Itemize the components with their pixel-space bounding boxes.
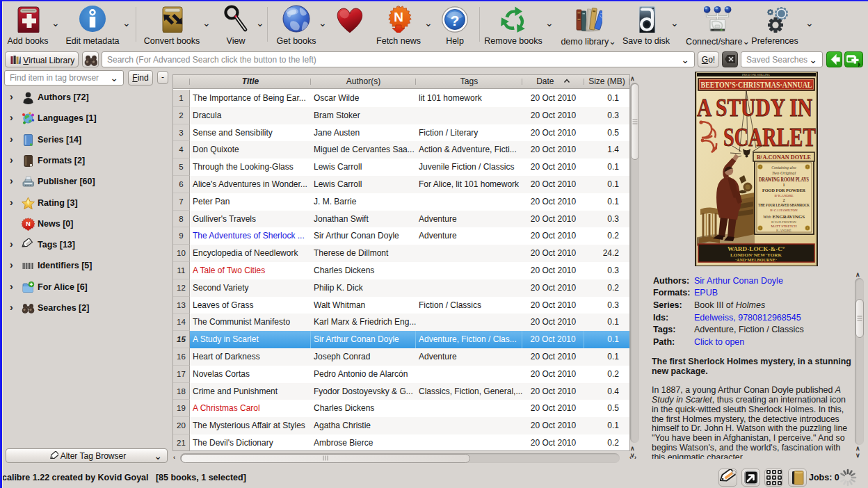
svg-text:MATT STRETCH: MATT STRETCH: [771, 225, 797, 228]
svg-text:1: 1: [783, 183, 785, 187]
svg-text:N: N: [26, 219, 31, 227]
svg-text:?: ?: [451, 13, 460, 29]
svg-text:Containing also: Containing also: [771, 165, 796, 170]
svg-text:Bʲ C.J.HAMILTON: Bʲ C.J.HAMILTON: [770, 209, 798, 212]
svg-text:2: 2: [783, 198, 785, 202]
svg-text:THE FOUR LEAVED SHAMROCK: THE FOUR LEAVED SHAMROCK: [758, 203, 810, 207]
svg-text:·AND·MELBOURNE·: ·AND·MELBOURNE·: [735, 257, 777, 263]
svg-text:N: N: [394, 10, 403, 24]
svg-text:Bʲ A.CONAN DOYLE: Bʲ A.CONAN DOYLE: [757, 154, 811, 161]
svg-text:SCARLET: SCARLET: [723, 122, 816, 152]
svg-text:DRAWING ROOM PLAYS: DRAWING ROOM PLAYS: [759, 177, 809, 183]
svg-text:With ENGRAVINGS: With ENGRAVINGS: [763, 214, 805, 220]
svg-text:FOOD FOR POWDER: FOOD FOR POWDER: [762, 188, 806, 193]
svg-text:A STUDY IN: A STUDY IN: [697, 95, 812, 122]
svg-text:WARD·LOCK·&·Cº: WARD·LOCK·&·Cº: [728, 245, 785, 252]
svg-text:Bʲ R.ANDRE: Bʲ R.ANDRE: [774, 194, 793, 197]
svg-text:BEETON’S·CHRISTMAS·ANNUAL: BEETON’S·CHRISTMAS·ANNUAL: [701, 80, 812, 90]
svg-text:Bʲ D.H.FRISTON: Bʲ D.H.FRISTON: [771, 220, 796, 224]
svg-text:Two Original: Two Original: [772, 170, 796, 175]
svg-text:R.ANDRÉ: R.ANDRÉ: [776, 229, 791, 232]
svg-text:PRICE ONE SHILLING: PRICE ONE SHILLING: [742, 73, 770, 76]
